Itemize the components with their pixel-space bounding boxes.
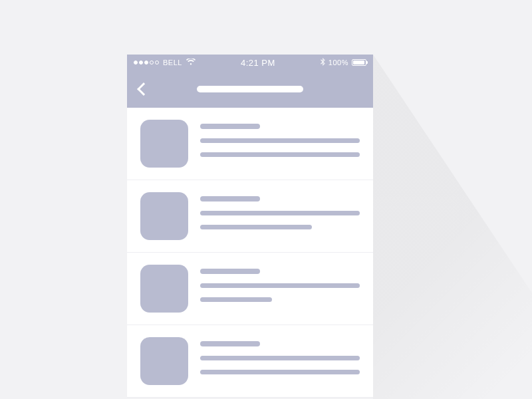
item-text (200, 120, 360, 168)
signal-dots-icon (134, 61, 159, 65)
item-line-placeholder (200, 211, 360, 215)
list-item[interactable] (127, 325, 373, 398)
phone-frame: BELL 4:21 PM 100% Back (127, 55, 373, 398)
back-button[interactable]: Back (137, 82, 150, 96)
battery-icon (352, 59, 366, 66)
item-thumbnail (140, 120, 188, 168)
drop-shadow (373, 55, 532, 399)
nav-bar: Back (127, 70, 373, 108)
list (127, 108, 373, 398)
item-line-placeholder (200, 225, 312, 229)
item-line-placeholder (200, 283, 360, 288)
item-line-placeholder (200, 138, 360, 143)
list-item[interactable] (127, 108, 373, 180)
carrier-label: BELL (163, 59, 182, 66)
item-line-placeholder (200, 297, 272, 302)
item-text (200, 192, 360, 240)
item-title-placeholder (200, 269, 260, 274)
item-text (200, 337, 360, 385)
status-bar: BELL 4:21 PM 100% (127, 55, 373, 70)
list-item[interactable] (127, 180, 373, 253)
item-thumbnail (140, 337, 188, 385)
item-thumbnail (140, 265, 188, 313)
battery-pct: 100% (329, 59, 348, 66)
item-title-placeholder (200, 341, 260, 346)
item-title-placeholder (200, 124, 260, 129)
status-left: BELL (134, 58, 196, 67)
page-title-placeholder (197, 86, 303, 92)
list-item[interactable] (127, 253, 373, 325)
item-line-placeholder (200, 370, 360, 374)
item-thumbnail (140, 192, 188, 240)
item-text (200, 265, 360, 313)
item-line-placeholder (200, 356, 360, 360)
wifi-icon (186, 58, 196, 67)
status-time: 4:21 PM (196, 58, 321, 68)
bluetooth-icon (321, 58, 325, 67)
item-line-placeholder (200, 152, 360, 157)
item-title-placeholder (200, 196, 260, 201)
status-right: 100% (321, 58, 366, 67)
